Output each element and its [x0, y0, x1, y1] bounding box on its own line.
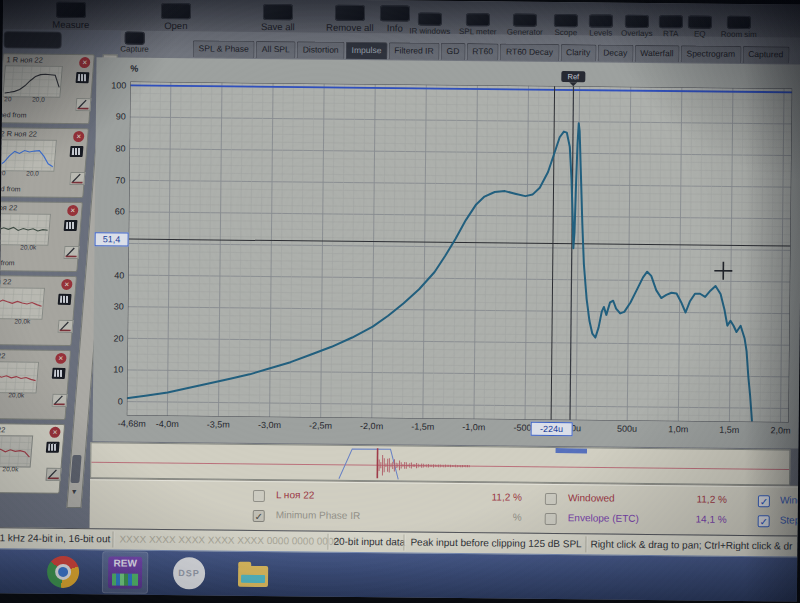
scroll-down-icon[interactable]: ▼ — [68, 488, 80, 495]
toolbar-button-room-sim[interactable]: Room sim — [715, 6, 763, 40]
checkbox-minimum-phase-ir[interactable]: ✓ — [253, 510, 265, 522]
capture-label: Capture — [120, 44, 149, 53]
ir-graph-icon[interactable] — [64, 220, 78, 231]
phase-angle-icon[interactable] — [56, 309, 70, 320]
checkbox-window[interactable]: ✓ — [758, 495, 770, 507]
overview-selection[interactable] — [556, 448, 587, 453]
status-segment: Peak input before clipping 125 dB SPL — [410, 537, 581, 550]
y-tick-label: 70 — [97, 175, 125, 185]
toolbar-icon-ir-windows — [418, 13, 442, 26]
toolbar-label: Levels — [589, 28, 612, 37]
measurement-card[interactable]: ноя 222020,0kued from× — [0, 201, 83, 272]
toolbar-label: RTA — [663, 29, 678, 38]
legend-label: Step Resp — [780, 514, 800, 525]
checkbox-envelope-etc-[interactable] — [545, 513, 557, 525]
ir-overview-strip[interactable] — [90, 442, 790, 485]
x-tick-label: -3,0m — [247, 420, 291, 430]
checkbox-l-ноя-22[interactable] — [253, 490, 265, 502]
close-icon[interactable]: × — [79, 57, 91, 68]
phase-angle-icon[interactable] — [68, 161, 82, 172]
toolbar-button-remove-all[interactable]: Remove all — [321, 0, 379, 33]
toolbar-button-save-all[interactable]: Save all — [247, 0, 309, 32]
checkbox-windowed[interactable] — [545, 493, 557, 505]
overview-graph[interactable] — [91, 443, 789, 484]
capture-button[interactable]: Capture — [115, 31, 155, 57]
tab-spl-phase[interactable]: SPL & Phase — [193, 40, 255, 58]
scrollbar-thumb[interactable] — [70, 455, 81, 483]
ir-graph-icon[interactable] — [70, 146, 84, 157]
folder-icon — [238, 565, 268, 586]
thumb-freq-min: 20 — [4, 95, 12, 102]
impulse-plot[interactable] — [127, 82, 792, 423]
toolbar-label: Scope — [554, 28, 577, 37]
tab-filtered-ir[interactable]: Filtered IR — [388, 42, 439, 60]
toolbar-button-info[interactable]: Info — [381, 0, 409, 33]
toolbar-button-scope[interactable]: Scope — [549, 4, 583, 37]
toolbar-button-measure[interactable]: Measure — [39, 0, 103, 30]
taskbar-button-rew[interactable]: REW — [103, 552, 147, 592]
windows-taskbar: REWDSP — [0, 548, 797, 601]
x-tick-label: 500u — [605, 424, 649, 434]
tab-rt60[interactable]: RT60 — [466, 43, 499, 60]
phase-angle-icon[interactable] — [74, 87, 88, 98]
toolbar-button-ir-windows[interactable]: IR windows — [407, 2, 453, 35]
status-segment: XXXX XXXX XXXX XXXX XXXX 0000 0000 0000 — [119, 533, 339, 546]
tab-clarity[interactable]: Clarity — [560, 44, 596, 61]
tab-decay[interactable]: Decay — [597, 44, 633, 61]
toolbar-icon-remove-all — [335, 5, 365, 21]
toolbar-button-rta[interactable]: RTA — [657, 5, 685, 38]
tab-captured[interactable]: Captured — [742, 46, 789, 63]
toolbar-button-spl-meter[interactable]: SPL meter — [455, 3, 501, 36]
toolbar-button-overlays[interactable]: Overlays — [619, 5, 655, 38]
x-tick-label: -1,0m — [452, 422, 496, 432]
tab-gd[interactable]: GD — [441, 43, 466, 60]
close-icon[interactable]: × — [49, 427, 61, 438]
taskbar-button-folder[interactable] — [231, 554, 275, 594]
tab-waterfall[interactable]: Waterfall — [634, 45, 679, 62]
y-tick-label: 100 — [98, 80, 126, 90]
checkbox-step-resp[interactable]: ✓ — [758, 515, 770, 527]
y-tick-label: 40 — [96, 270, 124, 280]
y-tick-label: 30 — [96, 301, 124, 311]
close-icon[interactable]: × — [55, 353, 67, 364]
tab-spectrogram[interactable]: Spectrogram — [680, 45, 741, 63]
toolbar-button-generator[interactable]: Generator — [503, 3, 547, 36]
toolbar-icon-eq — [688, 15, 712, 28]
toolbar-icon-spl-meter — [466, 13, 490, 26]
measurement-card[interactable]: 2 R ноя 222020,0ued from× — [0, 127, 89, 198]
toolbar-button-levels[interactable]: Levels — [585, 4, 617, 37]
status-segment: 24-bit in, 16-bit out — [27, 533, 110, 545]
close-icon[interactable]: × — [67, 205, 79, 216]
close-icon[interactable]: × — [73, 131, 85, 142]
capture-icon — [125, 32, 145, 45]
tab-impulse[interactable]: Impulse — [346, 42, 388, 59]
measurement-thumbnail — [0, 361, 39, 394]
taskbar-button-chrome[interactable] — [41, 552, 85, 592]
toolbar-button-open[interactable]: Open — [153, 0, 199, 31]
phase-angle-icon[interactable] — [45, 457, 59, 468]
measurement-card[interactable]: 1 R ноя 222020,0ued from× — [0, 53, 95, 124]
phase-angle-icon[interactable] — [62, 235, 76, 246]
tab-rt60-decay[interactable]: RT60 Decay — [500, 43, 559, 61]
plot-area[interactable] — [127, 82, 792, 423]
tab-distortion[interactable]: Distortion — [297, 41, 345, 59]
ir-graph-icon[interactable] — [46, 442, 60, 453]
ir-graph-icon[interactable] — [52, 368, 66, 379]
tab-all-spl[interactable]: All SPL — [256, 41, 296, 58]
ir-graph-icon[interactable] — [76, 72, 90, 83]
measurement-card[interactable]: ноя 222020,0k× — [0, 349, 71, 420]
phase-angle-icon[interactable] — [51, 383, 65, 394]
toolbar-label: Measure — [52, 19, 89, 30]
toolbar-button-eq[interactable]: EQ — [687, 5, 713, 38]
taskbar-button-dsp[interactable]: DSP — [167, 553, 211, 593]
toolbar-label: Info — [387, 22, 403, 33]
measurement-card[interactable]: L ноя 222020,0k× — [0, 423, 65, 494]
y-tick-label: 90 — [98, 112, 126, 122]
toolbar-icon-open — [161, 3, 191, 19]
x-tick-label: -2,5m — [299, 420, 343, 430]
toolbar-icon-overlays — [625, 15, 649, 28]
close-icon[interactable]: × — [61, 279, 73, 290]
measurement-card[interactable]: ноя 222020,0k× — [0, 275, 77, 346]
ref-marker[interactable]: Ref — [561, 71, 585, 82]
ir-graph-icon[interactable] — [58, 294, 72, 305]
